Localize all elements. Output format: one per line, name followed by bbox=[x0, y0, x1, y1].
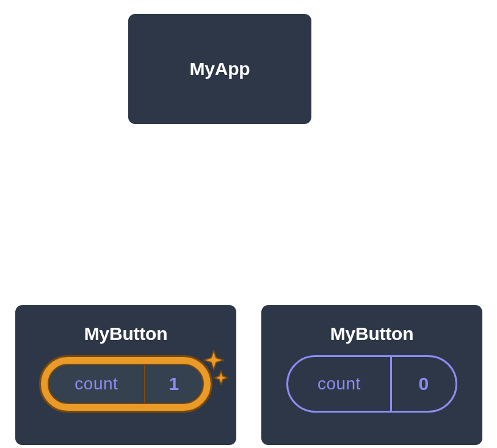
state-value: 1 bbox=[169, 374, 179, 394]
root-component-node: MyApp bbox=[126, 12, 313, 126]
child-component-node-right: MyButton count 0 bbox=[259, 303, 484, 447]
state-pill-highlighted: count 1 bbox=[39, 355, 212, 413]
state-name: count bbox=[74, 374, 118, 394]
root-component-label: MyApp bbox=[190, 59, 250, 79]
state-pill: count 0 bbox=[286, 355, 457, 413]
child-component-label: MyButton bbox=[84, 323, 168, 344]
child-component-label: MyButton bbox=[330, 323, 414, 344]
state-name: count bbox=[317, 374, 361, 394]
state-value: 0 bbox=[419, 374, 429, 394]
child-component-node-left: MyButton count 1 bbox=[13, 303, 238, 447]
component-tree-diagram: MyApp MyButton count 1 MyButton c bbox=[0, 0, 497, 448]
